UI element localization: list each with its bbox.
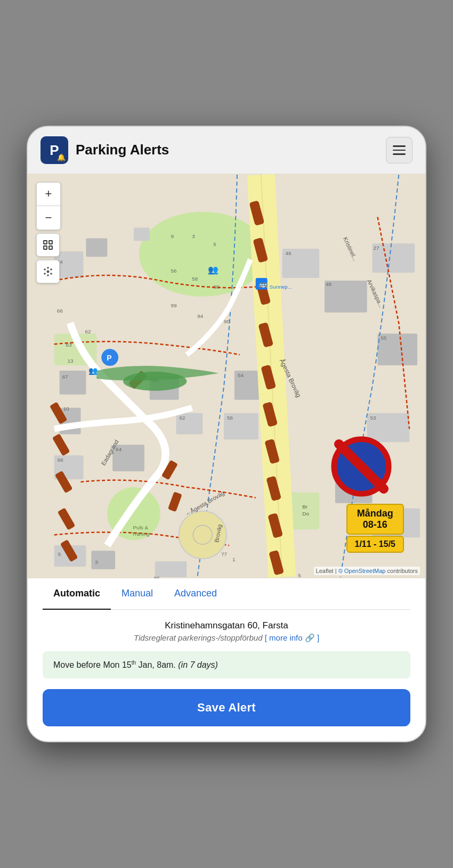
svg-point-111: [44, 268, 46, 271]
svg-rect-6: [86, 238, 107, 257]
header-left: P 🔔 Parking Alerts: [41, 136, 169, 164]
zoom-controls: + −: [36, 182, 61, 230]
alert-box: Move before Mon 15th Jan, 8am. (in 7 day…: [43, 651, 410, 678]
parking-time: 08-16: [355, 519, 396, 530]
app-title: Parking Alerts: [76, 142, 169, 158]
svg-text:👥: 👥: [208, 265, 219, 275]
svg-text:13: 13: [68, 358, 74, 364]
map-attribution: Leaflet | © OpenStreetMap contributors: [314, 567, 420, 575]
parking-date-range-box: 1/11 - 15/5: [346, 536, 405, 553]
app-icon: P 🔔: [41, 136, 68, 164]
parking-day: Måndag: [355, 508, 396, 520]
alert-text-before: Move before Mon 15: [53, 660, 132, 669]
svg-point-113: [44, 273, 46, 275]
attribution-contributors: contributors: [387, 568, 418, 574]
svg-text:Do: Do: [302, 510, 309, 516]
svg-text:58: 58: [192, 276, 198, 282]
tab-advanced[interactable]: Advanced: [164, 578, 228, 610]
svg-point-116: [47, 274, 49, 276]
svg-text:66: 66: [58, 457, 64, 463]
attribution-osm-link[interactable]: © OpenStreetMap: [338, 568, 386, 574]
map-controls: + −: [36, 182, 61, 283]
alert-superscript: th: [132, 660, 136, 666]
svg-text:Träning: Träning: [132, 531, 149, 537]
parking-info-tooltip: Måndag 08-16 1/11 - 15/5: [346, 504, 405, 553]
menu-button[interactable]: [386, 137, 412, 163]
svg-text:56: 56: [171, 268, 177, 274]
tab-bar: Automatic Manual Advanced: [43, 578, 410, 610]
alert-italic: (in 7 days): [178, 660, 218, 669]
attribution-leaflet: Leaflet: [316, 568, 334, 574]
svg-rect-109: [49, 246, 52, 249]
svg-text:56: 56: [227, 414, 233, 420]
svg-text:48: 48: [326, 281, 332, 287]
svg-text:3: 3: [95, 559, 98, 565]
svg-text:67: 67: [62, 374, 69, 380]
zoom-out-button[interactable]: −: [37, 206, 60, 230]
hamburger-line-2: [393, 150, 406, 151]
svg-text:62: 62: [179, 414, 185, 420]
more-info-link[interactable]: [ more info 🔗 ]: [265, 633, 319, 642]
svg-rect-108: [44, 246, 47, 249]
save-alert-button[interactable]: Save Alert: [43, 689, 410, 726]
svg-text:👥: 👥: [88, 366, 98, 375]
no-parking-sign: [329, 435, 393, 498]
svg-point-1: [139, 211, 266, 296]
no-parking-svg: [329, 435, 393, 498]
svg-text:55: 55: [381, 335, 387, 341]
tab-automatic[interactable]: Automatic: [43, 578, 111, 610]
phone-container: P 🔔 Parking Alerts: [27, 126, 426, 742]
svg-text:P: P: [107, 354, 111, 362]
svg-text:54: 54: [238, 372, 244, 378]
svg-point-114: [50, 273, 52, 275]
svg-text:94: 94: [197, 313, 204, 318]
svg-text:46: 46: [285, 250, 292, 256]
address-main: Kristinehamnsgatan 60, Farsta: [43, 620, 410, 631]
svg-point-112: [50, 268, 52, 271]
svg-text:🚌: 🚌: [258, 280, 268, 289]
address-sub-text: Tidsreglerat parkerings-/stoppförbud: [134, 633, 263, 642]
svg-text:99: 99: [171, 302, 177, 308]
cluster-icon: [42, 266, 54, 277]
address-sub: Tidsreglerat parkerings-/stoppförbud [ m…: [43, 633, 410, 643]
app-header: P 🔔 Parking Alerts: [28, 127, 425, 174]
svg-text:77: 77: [221, 551, 228, 557]
address-section: Kristinehamnsgatan 60, Farsta Tidsregler…: [43, 620, 410, 643]
svg-text:5: 5: [298, 572, 301, 578]
svg-text:5: 5: [213, 241, 216, 247]
svg-rect-106: [44, 241, 47, 244]
parking-day-time-box: Måndag 08-16: [346, 504, 405, 535]
app-icon-bell: 🔔: [57, 153, 66, 161]
svg-text:62: 62: [85, 329, 91, 334]
svg-text:53: 53: [370, 414, 377, 420]
svg-text:3: 3: [192, 233, 195, 239]
svg-text:9: 9: [171, 233, 174, 239]
tab-manual[interactable]: Manual: [111, 578, 164, 610]
hamburger-line-3: [393, 153, 406, 155]
map-container[interactable]: 64 66 67 10 5 3 86 46 48 27 55 53 55 1 5…: [28, 174, 425, 578]
svg-text:27: 27: [374, 245, 380, 251]
zoom-in-button[interactable]: +: [37, 183, 60, 206]
fullscreen-icon: [43, 240, 53, 250]
parking-date-range: 1/11 - 15/5: [355, 539, 396, 549]
svg-text:Sunnep...: Sunnep...: [270, 284, 293, 290]
cluster-button[interactable]: [36, 260, 60, 283]
svg-point-115: [47, 267, 49, 269]
svg-point-110: [47, 270, 50, 273]
svg-text:66: 66: [57, 307, 63, 313]
svg-text:Br: Br: [302, 503, 308, 509]
svg-text:86: 86: [154, 575, 160, 578]
svg-rect-7: [134, 227, 150, 241]
svg-text:5: 5: [58, 551, 61, 557]
bottom-panel: Automatic Manual Advanced Kristinehamnsg…: [28, 578, 425, 741]
svg-text:10: 10: [63, 405, 70, 411]
svg-text:Puls &: Puls &: [133, 525, 148, 530]
fullscreen-button[interactable]: [36, 233, 60, 257]
hamburger-line-1: [393, 145, 406, 147]
svg-text:1: 1: [232, 556, 236, 562]
alert-text-after: Jan, 8am.: [136, 660, 178, 669]
svg-rect-107: [49, 241, 52, 244]
svg-point-83: [193, 525, 212, 544]
